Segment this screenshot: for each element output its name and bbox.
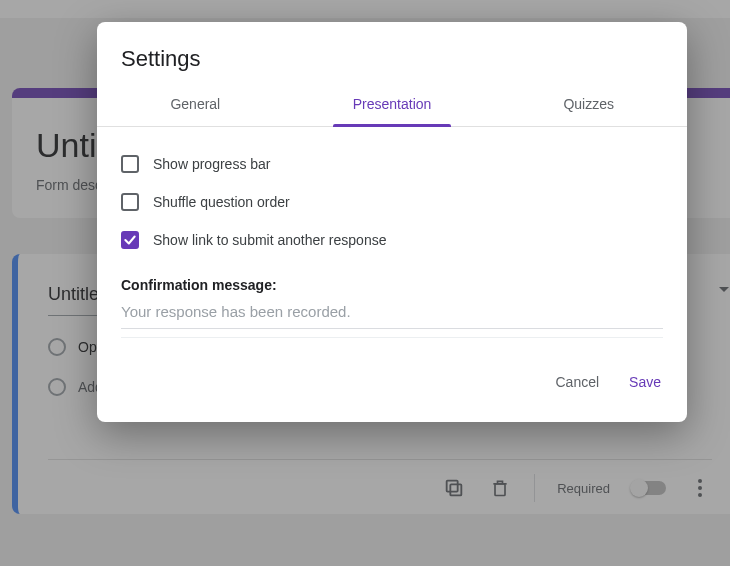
dialog-actions: Cancel Save: [97, 342, 687, 414]
cancel-button[interactable]: Cancel: [551, 368, 603, 396]
checkbox-shuffle[interactable]: Shuffle question order: [121, 183, 663, 221]
confirmation-input[interactable]: [121, 293, 663, 329]
dialog-title: Settings: [97, 22, 687, 80]
checkbox-label: Show link to submit another response: [153, 232, 386, 248]
settings-dialog: Settings General Presentation Quizzes Sh…: [97, 22, 687, 422]
checkbox-label: Shuffle question order: [153, 194, 290, 210]
checkbox-icon: [121, 193, 139, 211]
tab-presentation[interactable]: Presentation: [294, 80, 491, 126]
checkbox-icon: [121, 155, 139, 173]
tab-quizzes[interactable]: Quizzes: [490, 80, 687, 126]
dialog-tabs: General Presentation Quizzes: [97, 80, 687, 127]
confirmation-label: Confirmation message:: [121, 277, 663, 293]
save-button[interactable]: Save: [625, 368, 665, 396]
checkbox-progress-bar[interactable]: Show progress bar: [121, 145, 663, 183]
checkbox-icon-checked: [121, 231, 139, 249]
checkbox-submit-again[interactable]: Show link to submit another response: [121, 221, 663, 259]
checkbox-label: Show progress bar: [153, 156, 271, 172]
tab-general[interactable]: General: [97, 80, 294, 126]
